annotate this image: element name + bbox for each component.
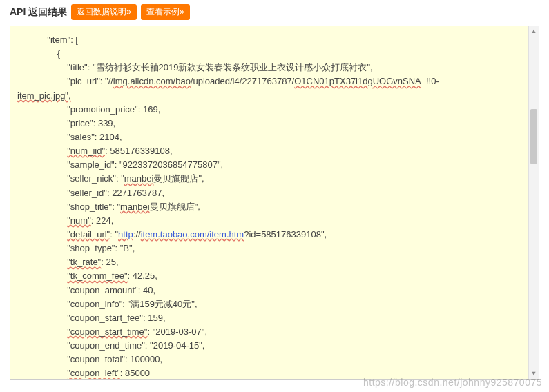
- scroll-up-icon[interactable]: ▲: [529, 26, 539, 37]
- json-code: "item": [ { "title": "雪纺衬衫女长袖2019新款女装春装条…: [17, 33, 537, 379]
- page-title: API 返回结果: [10, 6, 67, 19]
- explain-button[interactable]: 返回数据说明»: [71, 4, 137, 20]
- example-button[interactable]: 查看示例»: [141, 4, 190, 20]
- json-scroll-area[interactable]: "item": [ { "title": "雪纺衬衫女长袖2019新款女装春装条…: [10, 26, 539, 379]
- scroll-down-icon[interactable]: ▼: [529, 369, 539, 379]
- scrollbar[interactable]: ▲ ▼: [528, 26, 539, 379]
- scroll-thumb[interactable]: [530, 109, 537, 164]
- json-viewer: "item": [ { "title": "雪纺衬衫女长袖2019新款女装春装条…: [10, 26, 539, 380]
- header: API 返回结果 返回数据说明» 查看示例»: [0, 0, 549, 26]
